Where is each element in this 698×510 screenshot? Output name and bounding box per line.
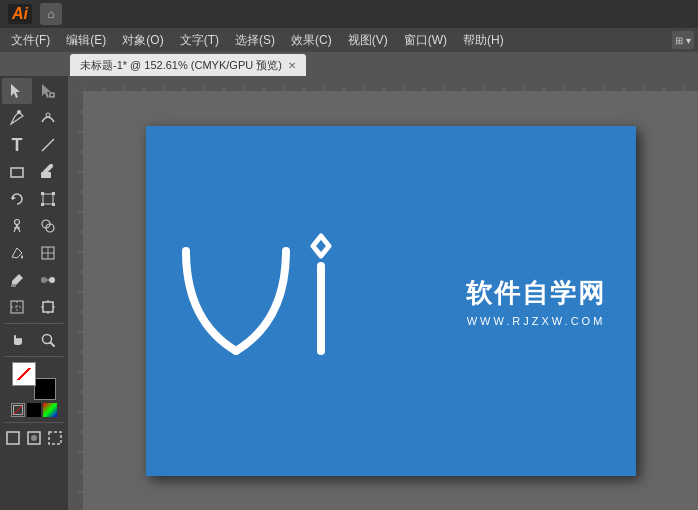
svg-rect-11	[41, 192, 44, 195]
stroke-swatch[interactable]	[34, 378, 56, 400]
shape-builder-tool[interactable]	[33, 213, 63, 239]
svg-rect-28	[43, 302, 53, 312]
gradient-swatch[interactable]	[43, 403, 57, 417]
home-button[interactable]: ⌂	[40, 3, 62, 25]
svg-point-3	[17, 110, 21, 114]
main-area: T	[0, 76, 698, 510]
svg-line-34	[51, 343, 55, 347]
svg-point-37	[31, 435, 37, 441]
svg-rect-35	[7, 432, 19, 444]
free-transform-tool[interactable]	[33, 186, 63, 212]
svg-rect-71	[68, 92, 84, 510]
type-tool[interactable]: T	[2, 132, 32, 158]
slice-tool[interactable]	[2, 294, 32, 320]
menu-bar: 文件(F) 编辑(E) 对象(O) 文字(T) 选择(S) 效果(C) 视图(V…	[0, 28, 698, 52]
svg-rect-2	[50, 93, 54, 97]
svg-rect-6	[11, 168, 23, 177]
svg-rect-21	[11, 284, 16, 287]
normal-mode[interactable]	[4, 428, 23, 447]
tool-row-7	[2, 240, 66, 266]
direct-selection-tool[interactable]	[33, 78, 63, 104]
svg-rect-39	[84, 76, 698, 92]
svg-point-23	[49, 277, 55, 283]
title-bar: Ai ⌂	[0, 0, 698, 28]
color-modes	[11, 403, 57, 417]
tool-row-3: T	[2, 132, 66, 158]
toolbar-separator-3	[4, 422, 64, 423]
toolbar-separator	[4, 323, 64, 324]
draw-behind-mode[interactable]	[25, 428, 44, 447]
pen-tool[interactable]	[2, 105, 32, 131]
zoom-tool[interactable]	[33, 327, 63, 353]
menu-effect[interactable]: 效果(C)	[284, 30, 339, 51]
vi-logo-svg	[166, 221, 426, 381]
watermark-sub-text: WWW.RJZXW.COM	[466, 315, 606, 327]
color-section	[2, 360, 66, 419]
tool-row-4	[2, 159, 66, 185]
svg-marker-0	[11, 84, 20, 98]
hand-tool[interactable]	[2, 327, 32, 353]
watermark-main-text: 软件自学网	[466, 276, 606, 311]
artboard-tool[interactable]	[33, 294, 63, 320]
black-swatch[interactable]	[27, 403, 41, 417]
tab-close-button[interactable]: ✕	[288, 60, 296, 71]
svg-rect-10	[43, 194, 53, 204]
rotate-tool[interactable]	[2, 186, 32, 212]
svg-rect-12	[52, 192, 55, 195]
svg-marker-9	[12, 196, 16, 200]
tool-row-9	[2, 294, 66, 320]
tool-row-2	[2, 105, 66, 131]
color-swatches	[12, 362, 56, 400]
menu-select[interactable]: 选择(S)	[228, 30, 282, 51]
none-swatch[interactable]	[11, 403, 25, 417]
menu-file[interactable]: 文件(F)	[4, 30, 57, 51]
puppet-warp-tool[interactable]	[2, 213, 32, 239]
tab-bar: 未标题-1* @ 152.61% (CMYK/GPU 预览) ✕	[0, 52, 698, 76]
watermark-text: 软件自学网 WWW.RJZXW.COM	[466, 276, 606, 327]
menu-view[interactable]: 视图(V)	[341, 30, 395, 51]
toolbar: T	[0, 76, 68, 510]
svg-rect-14	[52, 203, 55, 206]
svg-rect-13	[41, 203, 44, 206]
draw-inside-mode[interactable]	[45, 428, 64, 447]
document-tab[interactable]: 未标题-1* @ 152.61% (CMYK/GPU 预览) ✕	[70, 54, 306, 76]
eyedropper-tool[interactable]	[2, 267, 32, 293]
right-panel: 软件自学网 WWW.RJZXW.COM	[68, 76, 698, 510]
drawing-modes	[2, 426, 66, 449]
fill-swatch[interactable]	[12, 362, 36, 386]
toolbar-separator-2	[4, 356, 64, 357]
tab-label: 未标题-1* @ 152.61% (CMYK/GPU 预览)	[80, 58, 282, 73]
svg-point-15	[15, 220, 20, 225]
eraser-tool[interactable]	[33, 159, 63, 185]
horizontal-ruler	[84, 76, 698, 92]
workspace-switcher[interactable]: ⊞ ▾	[672, 31, 694, 49]
canvas-area[interactable]: 软件自学网 WWW.RJZXW.COM	[84, 92, 698, 510]
mesh-tool[interactable]	[33, 240, 63, 266]
tool-row-8	[2, 267, 66, 293]
rectangle-tool[interactable]	[2, 159, 32, 185]
svg-marker-95	[313, 236, 329, 256]
tool-row-10	[2, 327, 66, 353]
menu-object[interactable]: 对象(O)	[115, 30, 170, 51]
tool-row-6	[2, 213, 66, 239]
menu-right-icons: ⊞ ▾	[672, 31, 694, 49]
artboard: 软件自学网 WWW.RJZXW.COM	[146, 126, 636, 476]
menu-window[interactable]: 窗口(W)	[397, 30, 454, 51]
blend-tool[interactable]	[33, 267, 63, 293]
tool-row-1	[2, 78, 66, 104]
svg-rect-38	[49, 432, 61, 444]
tool-row-5	[2, 186, 66, 212]
line-tool[interactable]	[33, 132, 63, 158]
menu-edit[interactable]: 编辑(E)	[59, 30, 113, 51]
vertical-ruler	[68, 92, 84, 510]
svg-point-22	[41, 277, 47, 283]
app-logo: Ai	[8, 4, 32, 24]
svg-line-5	[42, 139, 54, 151]
paintbucket-tool[interactable]	[2, 240, 32, 266]
rulers-corner	[68, 76, 84, 92]
selection-tool[interactable]	[2, 78, 32, 104]
svg-line-8	[45, 166, 51, 172]
menu-text[interactable]: 文字(T)	[173, 30, 226, 51]
curvature-tool[interactable]	[33, 105, 63, 131]
menu-help[interactable]: 帮助(H)	[456, 30, 511, 51]
